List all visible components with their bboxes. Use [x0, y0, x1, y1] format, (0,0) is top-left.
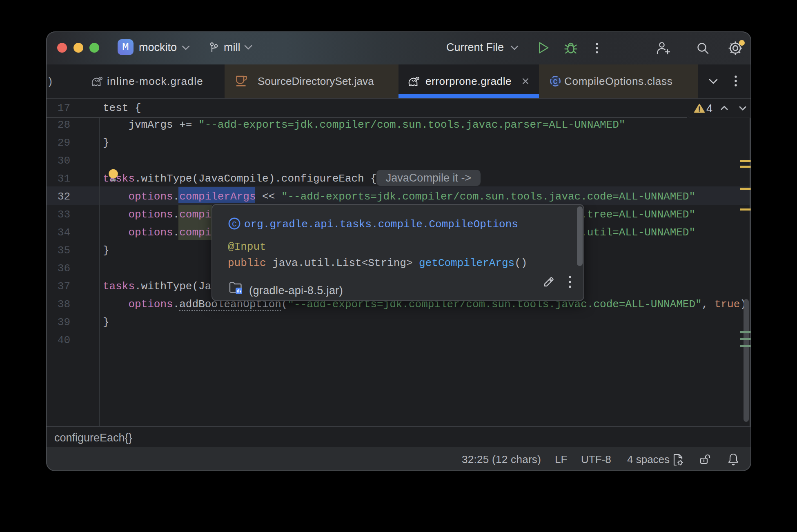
svg-text:C: C	[553, 78, 558, 86]
svg-text:C: C	[232, 220, 236, 229]
